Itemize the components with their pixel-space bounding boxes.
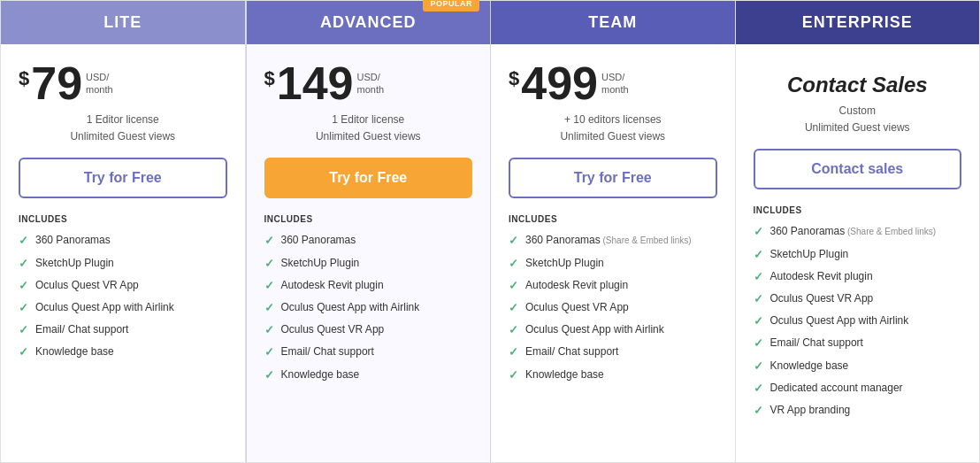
plan-header-enterprise: ENTERPRISE — [736, 1, 980, 44]
price-amount: 499 — [521, 60, 598, 106]
list-item: ✓SketchUp Plugin — [19, 256, 227, 272]
feature-text: Autodesk Revit plugin — [770, 269, 962, 284]
cta-button-lite[interactable]: Try for Free — [19, 158, 227, 198]
checkmark-icon: ✓ — [264, 322, 274, 338]
feature-list-lite: ✓360 Panoramas✓SketchUp Plugin✓Oculus Qu… — [19, 233, 227, 367]
price-period: USD/month — [357, 71, 385, 96]
price-row-team: $499USD/month — [509, 60, 717, 106]
checkmark-icon: ✓ — [19, 300, 28, 316]
checkmark-icon: ✓ — [754, 291, 763, 307]
feature-text: Knowledge base — [281, 367, 473, 382]
dollar-sign: $ — [19, 67, 29, 90]
feature-text: Oculus Quest VR App — [35, 278, 227, 293]
list-item: ✓Autodesk Revit plugin — [264, 278, 473, 294]
includes-label-team: INCLUDES — [509, 214, 717, 224]
feature-text: Knowledge base — [35, 344, 227, 359]
feature-list-advanced: ✓360 Panoramas✓SketchUp Plugin✓Autodesk … — [264, 233, 473, 389]
checkmark-icon: ✓ — [264, 300, 274, 316]
feature-text: Oculus Quest VR App — [281, 322, 473, 337]
checkmark-icon: ✓ — [509, 322, 518, 338]
feature-list-team: ✓360 Panoramas (Share & Embed links)✓Ske… — [509, 233, 717, 389]
feature-text: 360 Panoramas — [35, 233, 227, 248]
price-amount: 79 — [31, 60, 82, 106]
list-item: ✓Oculus Quest App with Airlink — [754, 313, 962, 329]
checkmark-icon: ✓ — [19, 322, 28, 338]
plan-desc-team: + 10 editors licensesUnlimited Guest vie… — [509, 112, 717, 145]
feature-text: VR App branding — [770, 403, 962, 418]
checkmark-icon: ✓ — [754, 336, 763, 351]
checkmark-icon: ✓ — [264, 344, 274, 360]
feature-text: Oculus Quest App with Airlink — [35, 300, 227, 315]
feature-list-enterprise: ✓360 Panoramas (Share & Embed links)✓Ske… — [754, 224, 962, 425]
includes-label-lite: INCLUDES — [19, 214, 227, 224]
plan-body-advanced: $149USD/month1 Editor licenseUnlimited G… — [247, 44, 491, 441]
checkmark-icon: ✓ — [509, 278, 518, 294]
feature-text: Oculus Quest App with Airlink — [525, 322, 717, 337]
dollar-sign: $ — [509, 67, 519, 90]
list-item: ✓Knowledge base — [509, 367, 717, 383]
feature-text: Oculus Quest VR App — [525, 300, 717, 315]
list-item: ✓360 Panoramas — [264, 233, 473, 249]
price-amount: 149 — [277, 60, 354, 106]
plan-header-team: TEAM — [491, 1, 735, 44]
feature-text: Autodesk Revit plugin — [281, 278, 473, 293]
list-item: ✓Email/ Chat support — [264, 344, 473, 360]
plan-enterprise: ENTERPRISEContact SalesCustomUnlimited G… — [736, 1, 980, 462]
plan-advanced: ADVANCEDPOPULAR$149USD/month1 Editor lic… — [246, 1, 492, 462]
cta-button-team[interactable]: Try for Free — [509, 158, 717, 198]
dollar-sign: $ — [264, 67, 275, 90]
feature-text: SketchUp Plugin — [770, 247, 962, 262]
feature-text: Oculus Quest App with Airlink — [281, 300, 473, 315]
list-item: ✓SketchUp Plugin — [509, 256, 717, 272]
checkmark-icon: ✓ — [754, 313, 763, 329]
plan-team: TEAM$499USD/month+ 10 editors licensesUn… — [491, 1, 736, 462]
feature-text: Dedicated account manager — [770, 381, 962, 396]
plan-body-enterprise: Contact SalesCustomUnlimited Guest views… — [736, 44, 980, 441]
checkmark-icon: ✓ — [754, 403, 763, 419]
feature-text: Email/ Chat support — [525, 344, 717, 359]
checkmark-icon: ✓ — [264, 256, 274, 272]
list-item: ✓Autodesk Revit plugin — [754, 269, 962, 285]
plan-desc-advanced: 1 Editor licenseUnlimited Guest views — [264, 112, 473, 145]
checkmark-icon: ✓ — [19, 256, 28, 272]
list-item: ✓Email/ Chat support — [754, 336, 962, 351]
plan-body-team: $499USD/month+ 10 editors licensesUnlimi… — [491, 44, 735, 441]
feature-note: (Share & Embed links) — [601, 235, 692, 245]
plan-desc-enterprise: CustomUnlimited Guest views — [754, 103, 962, 136]
feature-text: Oculus Quest App with Airlink — [770, 313, 962, 328]
feature-text: SketchUp Plugin — [525, 256, 717, 271]
list-item: ✓Dedicated account manager — [754, 381, 962, 397]
feature-text: 360 Panoramas (Share & Embed links) — [770, 224, 962, 239]
includes-label-advanced: INCLUDES — [264, 214, 473, 224]
feature-note: (Share & Embed links) — [845, 227, 936, 236]
checkmark-icon: ✓ — [509, 344, 518, 360]
list-item: ✓Knowledge base — [264, 367, 473, 383]
feature-text: Email/ Chat support — [770, 336, 962, 351]
feature-text: Autodesk Revit plugin — [525, 278, 717, 293]
list-item: ✓Knowledge base — [19, 344, 227, 360]
list-item: ✓Oculus Quest VR App — [19, 278, 227, 294]
feature-text: Email/ Chat support — [35, 322, 227, 337]
list-item: ✓Email/ Chat support — [19, 322, 227, 338]
price-period: USD/month — [601, 71, 629, 96]
list-item: ✓VR App branding — [754, 403, 962, 419]
checkmark-icon: ✓ — [264, 233, 274, 249]
feature-text: Email/ Chat support — [281, 344, 473, 359]
list-item: ✓Autodesk Revit plugin — [509, 278, 717, 294]
feature-text: Knowledge base — [525, 367, 717, 382]
price-period: USD/month — [86, 71, 113, 96]
checkmark-icon: ✓ — [19, 233, 28, 249]
contact-sales-label: Contact Sales — [754, 73, 962, 97]
cta-button-advanced[interactable]: Try for Free — [264, 158, 473, 198]
list-item: ✓Oculus Quest VR App — [264, 322, 473, 338]
feature-text: SketchUp Plugin — [35, 256, 227, 271]
cta-button-enterprise[interactable]: Contact sales — [754, 149, 962, 189]
checkmark-icon: ✓ — [19, 344, 28, 360]
checkmark-icon: ✓ — [754, 224, 763, 240]
feature-text: 360 Panoramas (Share & Embed links) — [525, 233, 717, 248]
list-item: ✓SketchUp Plugin — [754, 247, 962, 263]
feature-text: 360 Panoramas — [281, 233, 473, 248]
popular-badge: POPULAR — [423, 0, 479, 12]
feature-text: SketchUp Plugin — [281, 256, 473, 271]
list-item: ✓Oculus Quest VR App — [509, 300, 717, 316]
